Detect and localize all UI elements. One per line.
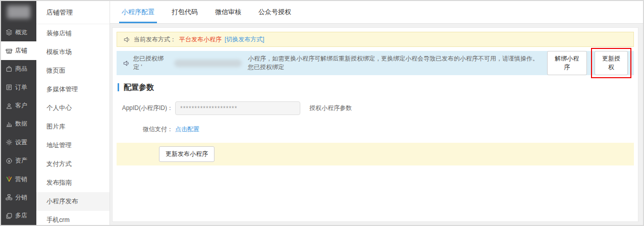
distribution-icon <box>6 194 13 201</box>
logo-blurred <box>7 6 30 19</box>
tab-miniprogram-config[interactable]: 小程序配置 <box>113 1 163 23</box>
goods-icon <box>6 66 13 73</box>
sidebar-item-assets[interactable]: 资产 <box>1 152 36 170</box>
sidebar-item-distribution[interactable]: 分销 <box>1 188 36 206</box>
app-window: 概览 店铺 商品 订单 客户 数据 设置 资产 <box>0 0 644 226</box>
orders-icon <box>6 84 13 91</box>
submenu-item-micro-page[interactable]: 微页面 <box>36 62 110 80</box>
secondary-sidebar-header: 店铺管理 <box>36 1 110 24</box>
submenu-item-personal-center[interactable]: 个人中心 <box>36 99 110 118</box>
speaker-icon <box>123 36 131 43</box>
binding-text-before: 您已授权绑定 ' <box>133 54 168 72</box>
binding-notice: 您已授权绑定 ' 小程序，如需更换小程序可解绑后重新授权绑定，更换绑定小程会导致… <box>117 51 634 75</box>
sidebar-item-label: 概览 <box>15 28 27 37</box>
speaker-icon <box>123 60 130 67</box>
publish-bar: 更新发布小程序 <box>117 143 634 165</box>
sidebar-item-label: 资产 <box>15 156 27 165</box>
sidebar-item-data[interactable]: 数据 <box>1 115 36 133</box>
assets-icon <box>6 157 13 164</box>
submenu-item-multimedia[interactable]: 多媒体管理 <box>36 80 110 99</box>
overview-icon <box>6 29 13 36</box>
sidebar-item-marketing[interactable]: 营销 <box>1 170 36 188</box>
submenu-item-address-management[interactable]: 地址管理 <box>36 136 110 155</box>
wechat-pay-config-link[interactable]: 点击配置 <box>175 125 199 134</box>
unbind-miniprogram-button[interactable]: 解绑小程序 <box>547 51 587 75</box>
sidebar-item-label: 订单 <box>15 83 27 92</box>
submenu-item-payment-methods[interactable]: 支付方式 <box>36 155 110 174</box>
tab-package-code[interactable]: 打包代码 <box>163 1 206 23</box>
publish-mode-value: 平台发布小程序 <box>179 35 222 44</box>
publish-mode-notice: 当前发布方式： 平台发布小程序 [切换发布方式] <box>117 32 634 47</box>
wechat-pay-label: 微信支付： <box>117 125 173 134</box>
appid-label: AppID(小程序ID)： <box>117 104 173 112</box>
sidebar-item-label: 客户 <box>15 101 27 110</box>
secondary-sidebar: 店铺管理 装修店铺 模板市场 微页面 多媒体管理 个人中心 图片库 地址管理 支… <box>36 1 110 225</box>
sidebar-item-multistore[interactable]: 多店 <box>1 207 36 225</box>
publish-mode-prefix: 当前发布方式： <box>134 35 176 44</box>
store-icon <box>6 47 13 54</box>
panel-wrap: 当前发布方式： 平台发布小程序 [切换发布方式] 您已授权绑定 ' 小程序，如需… <box>110 24 643 225</box>
config-section-title: 配置参数 <box>118 83 634 91</box>
appid-input[interactable] <box>175 101 300 115</box>
config-panel: 当前发布方式： 平台发布小程序 [切换发布方式] 您已授权绑定 ' 小程序，如需… <box>112 27 638 222</box>
sidebar-item-store[interactable]: 店铺 <box>1 41 36 60</box>
tab-wechat-review[interactable]: 微信审核 <box>206 1 250 23</box>
sidebar-item-label: 多店 <box>15 211 27 220</box>
customers-icon <box>6 102 13 109</box>
submenu-item-mobile-crm[interactable]: 手机crm <box>36 211 110 226</box>
tab-bar: 小程序配置 打包代码 微信审核 公众号授权 <box>110 1 643 24</box>
sidebar-item-goods[interactable]: 商品 <box>1 60 36 78</box>
data-icon <box>6 121 13 128</box>
binding-text-after: 小程序，如需更换小程序可解绑后重新授权绑定，更换绑定小程会导致已发布的小程序不可… <box>248 54 540 72</box>
settings-icon <box>6 139 13 146</box>
tab-official-account-auth[interactable]: 公众号授权 <box>250 1 300 23</box>
sidebar-item-label: 商品 <box>15 65 27 73</box>
update-auth-annotated: 更新授权 <box>595 51 628 75</box>
submenu-item-template-market[interactable]: 模板市场 <box>36 43 110 62</box>
update-auth-button[interactable]: 更新授权 <box>595 51 628 75</box>
sidebar-item-label: 店铺 <box>15 46 27 55</box>
sidebar-item-label: 分销 <box>15 193 27 202</box>
primary-sidebar: 概览 店铺 商品 订单 客户 数据 设置 资产 <box>1 1 36 225</box>
sidebar-item-orders[interactable]: 订单 <box>1 78 36 96</box>
appid-hint: 授权小程序参数 <box>309 104 352 112</box>
marketing-icon <box>6 176 13 183</box>
appid-row: AppID(小程序ID)： 授权小程序参数 <box>117 101 634 115</box>
sidebar-item-overview[interactable]: 概览 <box>1 23 36 41</box>
sidebar-item-label: 设置 <box>15 138 27 147</box>
logo <box>1 1 36 23</box>
multistore-icon <box>6 212 13 219</box>
sidebar-item-customers[interactable]: 客户 <box>1 96 36 115</box>
switch-publish-mode-link[interactable]: [切换发布方式] <box>225 35 264 44</box>
update-publish-miniprogram-button[interactable]: 更新发布小程序 <box>159 146 214 162</box>
submenu-item-miniprogram-publish[interactable]: 小程序发布 <box>36 192 110 211</box>
sidebar-item-settings[interactable]: 设置 <box>1 133 36 151</box>
bound-miniprogram-name-blurred <box>174 60 242 67</box>
submenu-item-decorate-store[interactable]: 装修店铺 <box>36 24 110 43</box>
submenu-item-image-library[interactable]: 图片库 <box>36 118 110 136</box>
wechat-pay-row: 微信支付： 点击配置 <box>117 125 634 134</box>
sidebar-item-label: 数据 <box>15 120 27 128</box>
sidebar-item-label: 营销 <box>15 175 27 184</box>
main-content: 小程序配置 打包代码 微信审核 公众号授权 当前发布方式： 平台发布小程序 [切… <box>110 1 643 225</box>
submenu-item-publish-guide[interactable]: 发布指南 <box>36 174 110 192</box>
